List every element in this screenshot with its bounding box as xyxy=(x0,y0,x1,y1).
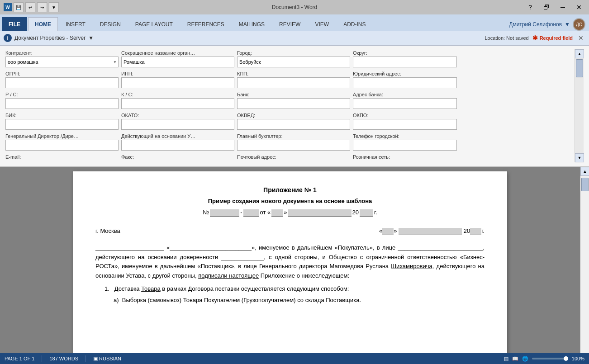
doc-number-field2[interactable] xyxy=(243,209,259,217)
kontragent-select[interactable]: ооо ромашка xyxy=(5,57,119,67)
doc-number-field[interactable] xyxy=(210,209,239,217)
minimize-button[interactable]: ─ xyxy=(556,2,569,12)
phone-input[interactable] xyxy=(353,140,457,151)
kpp-input[interactable] xyxy=(237,77,350,88)
info-dropdown-button[interactable]: ▼ xyxy=(88,35,94,41)
basis-input[interactable] xyxy=(121,140,234,151)
prop-phone: Телефон городской: xyxy=(353,132,575,152)
save-button[interactable]: 💾 xyxy=(14,2,24,12)
tab-review[interactable]: REVIEW xyxy=(272,17,307,31)
tab-insert[interactable]: INSERT xyxy=(59,17,92,31)
prop-kpp: КПП: xyxy=(237,70,353,90)
view-normal-icon[interactable]: ▤ xyxy=(504,356,508,362)
close-info-button[interactable]: ✕ xyxy=(576,34,585,42)
info-bar: i Документ Properties - Server ▼ Locatio… xyxy=(0,31,589,46)
bank-label: Банк: xyxy=(237,92,350,97)
view-web-icon[interactable]: 🌐 xyxy=(522,356,528,362)
okrug-input[interactable] xyxy=(353,57,457,67)
bank-input[interactable] xyxy=(237,98,350,109)
scroll-track[interactable] xyxy=(575,58,584,153)
tab-page-layout[interactable]: PAGE LAYOUT xyxy=(128,17,180,31)
general-director-input[interactable] xyxy=(5,140,119,151)
close-button[interactable]: ✕ xyxy=(573,2,585,12)
chief-accountant-input[interactable] xyxy=(237,140,350,151)
ogrn-input[interactable] xyxy=(5,77,119,88)
help-button[interactable]: ? xyxy=(524,2,537,12)
tab-design[interactable]: DESIGN xyxy=(93,17,128,31)
doc-date-month[interactable] xyxy=(288,209,352,217)
document-title: Document3 - Word xyxy=(272,4,317,10)
bik-input[interactable] xyxy=(5,119,119,130)
doc-subtitle: Пример создания нового документа на осно… xyxy=(95,197,484,206)
undo-button[interactable]: ↩ xyxy=(25,2,35,12)
doc-right-month[interactable] xyxy=(399,228,462,235)
underlined-signed: подписали настоящее xyxy=(198,272,259,279)
props-row-2: ОГРН: ИНН: КПП: Юридический адрес: xyxy=(5,70,575,90)
prop-fax: Факс: xyxy=(121,153,237,161)
word-icon: W xyxy=(4,3,12,11)
kontragent-label: Контрагент: xyxy=(5,50,119,56)
location-text: Location: Not saved xyxy=(484,35,528,41)
zoom-slider[interactable] xyxy=(532,358,568,359)
prop-bik: БИК: xyxy=(5,112,121,132)
bank-address-input[interactable] xyxy=(353,98,457,109)
short-name-label: Сокращенное название орган… xyxy=(121,50,234,56)
rs-input[interactable] xyxy=(5,98,119,109)
city-label: Город: xyxy=(237,50,350,56)
tab-file[interactable]: FILE xyxy=(2,17,27,31)
okato-label: ОКАТО: xyxy=(121,113,234,118)
prop-okpo: ОКПО: xyxy=(353,112,575,132)
retail-label: Розничная сеть: xyxy=(353,154,572,160)
language-indicator[interactable]: ▣ RUSSIAN xyxy=(93,356,121,362)
prop-postal-address: Почтовый адрес: xyxy=(237,153,353,161)
okato-input[interactable] xyxy=(121,119,234,130)
doc-right-year[interactable] xyxy=(470,228,481,235)
prop-inn: ИНН: xyxy=(121,70,237,90)
restore-button[interactable]: 🗗 xyxy=(540,2,553,12)
doc-scroll-track[interactable] xyxy=(580,176,589,355)
view-read-icon[interactable]: 📖 xyxy=(512,356,518,362)
chief-accountant-label: Главный бухгалтер: xyxy=(237,133,350,139)
ogrn-label: ОГРН: xyxy=(5,71,119,76)
ribbon-tabs: FILE HOME INSERT DESIGN PAGE LAYOUT REFE… xyxy=(0,14,589,31)
scroll-up-arrow[interactable]: ▲ xyxy=(575,49,584,58)
language-label: RUSSIAN xyxy=(99,356,121,361)
tab-references[interactable]: REFERENCES xyxy=(180,17,231,31)
okved-input[interactable] xyxy=(237,119,350,130)
redo-button[interactable]: ↪ xyxy=(37,2,47,12)
tab-home[interactable]: HOME xyxy=(28,17,58,31)
info-right: Location: Not saved ✱ Required field ✕ xyxy=(484,34,585,42)
blank-company: _________________________ xyxy=(170,244,252,251)
tab-mailings[interactable]: MAILINGS xyxy=(232,17,271,31)
prop-chief-accountant: Главный бухгалтер: xyxy=(237,132,353,152)
doc-right-day[interactable] xyxy=(382,228,394,235)
scroll-down-arrow[interactable]: ▼ xyxy=(575,153,584,162)
doc-date-day[interactable] xyxy=(271,209,283,217)
kpp-label: КПП: xyxy=(237,71,350,76)
doc-title: Приложение № 1 xyxy=(95,185,484,195)
bank-address-label: Адрес банка: xyxy=(353,92,572,97)
okpo-input[interactable] xyxy=(353,119,457,130)
legal-address-label: Юридический адрес: xyxy=(353,71,572,76)
user-dropdown-icon[interactable]: ▼ xyxy=(565,21,570,28)
doc-date-year[interactable] xyxy=(360,209,373,217)
required-asterisk: ✱ xyxy=(532,34,538,42)
inn-input[interactable] xyxy=(121,77,234,88)
word-count: 187 WORDS xyxy=(49,356,78,361)
title-bar-left: W 💾 ↩ ↪ ▼ xyxy=(4,2,59,12)
postal-address-label: Почтовый адрес: xyxy=(237,154,350,160)
short-name-input[interactable] xyxy=(121,57,234,67)
doc-number-line: № - от « » 20 г. xyxy=(95,208,484,217)
ks-input[interactable] xyxy=(121,98,234,109)
doc-scroll-up[interactable]: ▲ xyxy=(580,167,589,176)
prop-kontragent: Контрагент: ооо ромашка xyxy=(5,49,121,69)
props-grid: Контрагент: ооо ромашка Сокращенное назв… xyxy=(5,49,575,162)
tab-view[interactable]: VIEW xyxy=(308,17,336,31)
tab-addins[interactable]: ADD-INS xyxy=(337,17,372,31)
prop-okato: ОКАТО: xyxy=(121,112,237,132)
city-input[interactable] xyxy=(237,57,350,67)
user-menu[interactable]: Дмитрий Селифонов ▼ ДС xyxy=(509,18,589,31)
customize-button[interactable]: ▼ xyxy=(49,2,59,12)
language-icon: ▣ xyxy=(93,356,98,361)
legal-address-input[interactable] xyxy=(353,77,457,88)
